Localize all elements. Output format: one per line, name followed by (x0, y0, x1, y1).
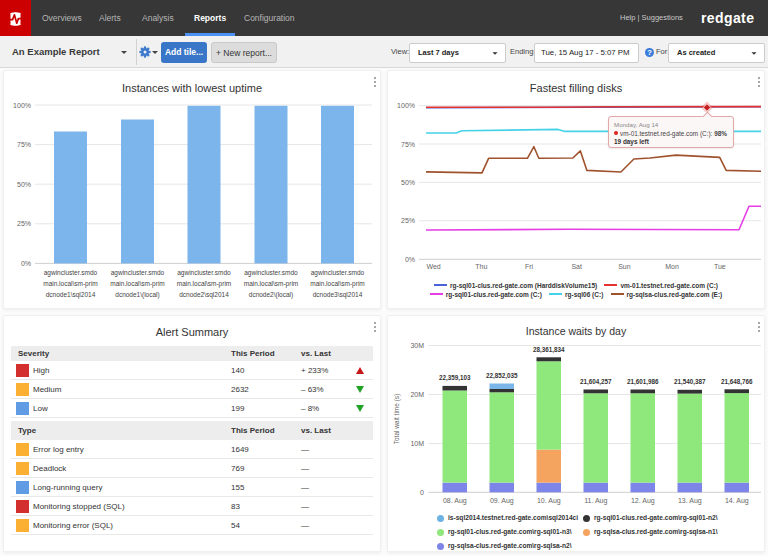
svg-text:22,852,035: 22,852,035 (486, 372, 518, 380)
svg-text:12. Aug: 12. Aug (631, 497, 655, 505)
svg-text:0%: 0% (405, 256, 415, 263)
svg-text:Instances with lowest uptime: Instances with lowest uptime (122, 82, 262, 94)
svg-text:21,601,986: 21,601,986 (627, 378, 659, 386)
svg-text:main.local\sm-prim: main.local\sm-prim (244, 280, 299, 288)
svg-text:50%: 50% (17, 181, 31, 188)
svg-text:agwincluster.smdo: agwincluster.smdo (44, 269, 98, 277)
svg-text:main.local\sm-prim: main.local\sm-prim (310, 280, 365, 288)
svg-text:Fri: Fri (525, 263, 534, 270)
svg-text:21,648,766: 21,648,766 (721, 378, 753, 386)
svg-text:100%: 100% (397, 102, 415, 109)
svg-text:main.local\sm-prim: main.local\sm-prim (43, 280, 98, 288)
svg-text:30M: 30M (410, 342, 424, 349)
svg-text:Thu: Thu (475, 263, 487, 270)
svg-text:dcnode2\(local): dcnode2\(local) (249, 291, 293, 299)
svg-text:13. Aug: 13. Aug (678, 497, 702, 505)
svg-text:09. Aug: 09. Aug (490, 497, 514, 505)
svg-text:dcnode3\sql2014: dcnode3\sql2014 (313, 291, 363, 299)
svg-text:21,540,387: 21,540,387 (674, 378, 706, 386)
svg-text:75%: 75% (17, 141, 31, 148)
svg-text:10. Aug: 10. Aug (537, 497, 561, 505)
svg-text:Total wait time (s): Total wait time (s) (393, 394, 401, 445)
svg-text:Wed: Wed (426, 263, 440, 270)
svg-text:dcnode1\sql2014: dcnode1\sql2014 (46, 291, 96, 299)
svg-text:main.local\sm-prim: main.local\sm-prim (177, 280, 232, 288)
svg-text:75%: 75% (401, 141, 415, 148)
svg-text:08. Aug: 08. Aug (443, 497, 467, 505)
svg-text:Instance waits by day: Instance waits by day (526, 325, 627, 337)
svg-text:agwincluster.smdo: agwincluster.smdo (111, 269, 165, 277)
svg-text:main.local\sm-prim: main.local\sm-prim (110, 280, 165, 288)
svg-text:50%: 50% (401, 179, 415, 186)
svg-text:22,359,103: 22,359,103 (439, 374, 471, 382)
svg-text:agwincluster.smdo: agwincluster.smdo (244, 269, 298, 277)
svg-text:dcnode1\(local): dcnode1\(local) (115, 291, 159, 299)
svg-text:dcnode2\sql2014: dcnode2\sql2014 (179, 291, 229, 299)
svg-text:Mon: Mon (665, 263, 679, 270)
svg-text:Sun: Sun (618, 263, 631, 270)
svg-text:Fastest filling disks: Fastest filling disks (530, 82, 623, 94)
svg-text:14. Aug: 14. Aug (725, 497, 749, 505)
svg-text:100%: 100% (13, 102, 31, 109)
svg-text:0%: 0% (21, 260, 31, 267)
svg-text:21,604,257: 21,604,257 (580, 378, 612, 386)
svg-text:25%: 25% (17, 220, 31, 227)
svg-text:Sat: Sat (571, 263, 582, 270)
svg-text:25%: 25% (401, 217, 415, 224)
svg-text:20M: 20M (410, 391, 424, 398)
svg-text:28,361,834: 28,361,834 (533, 346, 565, 354)
svg-text:0: 0 (420, 489, 424, 496)
svg-text:agwincluster.smdo: agwincluster.smdo (311, 269, 365, 277)
svg-text:10M: 10M (410, 440, 424, 447)
svg-text:Tue: Tue (714, 263, 726, 270)
svg-text:agwincluster.smdo: agwincluster.smdo (177, 269, 231, 277)
svg-text:11. Aug: 11. Aug (584, 497, 607, 505)
